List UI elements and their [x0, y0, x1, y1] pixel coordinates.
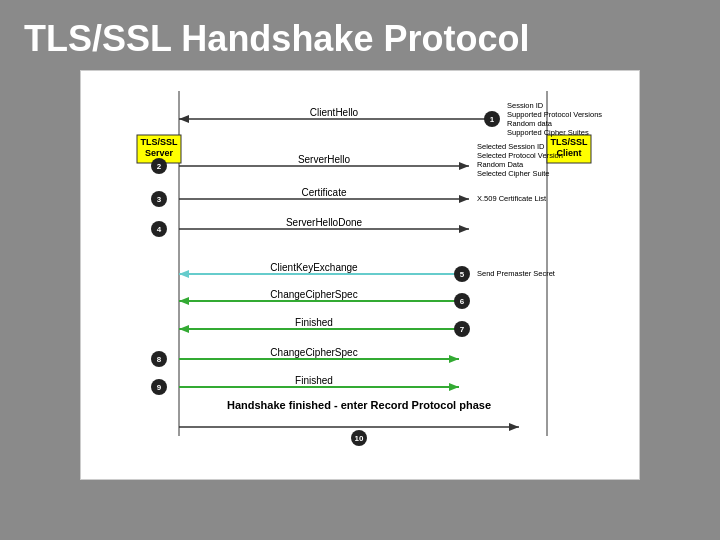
svg-text:4: 4 — [157, 225, 162, 234]
svg-text:Certificate: Certificate — [301, 187, 346, 198]
svg-text:Supported Protocol Versions: Supported Protocol Versions — [507, 110, 602, 119]
svg-text:1: 1 — [490, 115, 495, 124]
diagram-container: TLS/SSL Server TLS/SSL Client ClientHell… — [80, 70, 640, 480]
svg-text:ChangeCipherSpec: ChangeCipherSpec — [270, 289, 357, 300]
svg-marker-9 — [179, 115, 189, 123]
svg-marker-33 — [459, 225, 469, 233]
svg-marker-54 — [449, 355, 459, 363]
svg-marker-38 — [179, 270, 189, 278]
svg-text:6: 6 — [460, 297, 465, 306]
svg-text:Supported Cipher Suites: Supported Cipher Suites — [507, 128, 589, 137]
svg-marker-44 — [179, 297, 189, 305]
svg-text:ServerHello: ServerHello — [298, 154, 351, 165]
svg-text:2: 2 — [157, 162, 162, 171]
svg-text:Random data: Random data — [507, 119, 553, 128]
svg-text:Finished: Finished — [295, 375, 333, 386]
svg-text:Random Data: Random Data — [477, 160, 524, 169]
svg-text:Selected Cipher Suite: Selected Cipher Suite — [477, 169, 550, 178]
page-title: TLS/SSL Handshake Protocol — [0, 0, 720, 70]
svg-text:3: 3 — [157, 195, 162, 204]
svg-marker-49 — [179, 325, 189, 333]
svg-text:5: 5 — [460, 270, 465, 279]
svg-marker-59 — [449, 383, 459, 391]
svg-text:Selected Protocol Version: Selected Protocol Version — [477, 151, 563, 160]
svg-marker-65 — [509, 423, 519, 431]
svg-text:7: 7 — [460, 325, 465, 334]
svg-marker-27 — [459, 195, 469, 203]
svg-text:8: 8 — [157, 355, 162, 364]
svg-text:Selected Session ID: Selected Session ID — [477, 142, 545, 151]
svg-text:ChangeCipherSpec: ChangeCipherSpec — [270, 347, 357, 358]
svg-text:10: 10 — [355, 434, 364, 443]
svg-marker-18 — [459, 162, 469, 170]
svg-text:Handshake finished - enter Rec: Handshake finished - enter Record Protoc… — [227, 399, 491, 411]
svg-text:TLS/SSL: TLS/SSL — [140, 137, 178, 147]
svg-text:ServerHelloDone: ServerHelloDone — [286, 217, 363, 228]
svg-text:TLS/SSL: TLS/SSL — [550, 137, 588, 147]
svg-text:9: 9 — [157, 383, 162, 392]
svg-text:ClientHello: ClientHello — [310, 107, 359, 118]
svg-text:Send Premaster Secret: Send Premaster Secret — [477, 269, 556, 278]
svg-text:Session ID: Session ID — [507, 101, 544, 110]
svg-text:ClientKeyExchange: ClientKeyExchange — [270, 262, 358, 273]
svg-text:X.509 Certificate List: X.509 Certificate List — [477, 194, 547, 203]
svg-text:Finished: Finished — [295, 317, 333, 328]
svg-text:Server: Server — [145, 148, 174, 158]
